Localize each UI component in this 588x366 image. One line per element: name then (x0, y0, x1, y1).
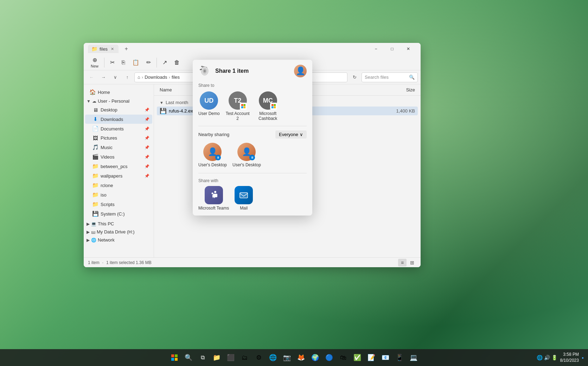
sidebar-item-music[interactable]: 🎵 Music 📌 (85, 143, 152, 152)
sidebar-item-desktop[interactable]: 🖥 Desktop 📌 (85, 105, 152, 114)
pin-icon6: 📌 (145, 155, 149, 159)
window-controls: − □ ✕ (368, 43, 416, 54)
contact-microsoft-cashback[interactable]: MC Microsoft Cashback (256, 91, 280, 121)
terminal-button[interactable]: ⬛ (224, 351, 237, 364)
notification-dot: ● (582, 356, 584, 360)
sidebar-item-pictures[interactable]: 🖼 Pictures 📌 (85, 134, 152, 142)
sidebar-item-system-c[interactable]: 💾 System (C:) (85, 209, 152, 218)
nearby-device-2[interactable]: 👤 🖥 User's Desktop (232, 143, 261, 167)
sidebar-item-videos[interactable]: 🎬 Videos 📌 (85, 152, 152, 161)
forward-button[interactable]: → (98, 72, 108, 82)
sidebar-item-wallpapers[interactable]: 📁 wallpapers 📌 (85, 171, 152, 180)
taskbar-sys-icons: 🌐 🔊 🔋 (537, 355, 557, 360)
share-app-mail[interactable]: Mail (235, 186, 253, 211)
ms-badge-mc (270, 103, 277, 110)
search-box[interactable]: Search files 🔍 (362, 72, 418, 82)
svg-rect-8 (241, 107, 243, 109)
back-button[interactable]: ← (87, 72, 96, 82)
expand-icon: ▼ (87, 99, 91, 104)
sidebar-expand-user[interactable]: ▼ ☁ User - Personal (84, 97, 154, 105)
taskbar-center: 🔍 ⧉ 📁 ⬛ 🗂 ⚙ 🌐 📷 🦊 🌍 🔵 🛍 ✅ 📝 📧 📱 💻 (168, 351, 420, 364)
recent-button[interactable]: ∨ (110, 72, 120, 82)
settings-button[interactable]: ⚙ (253, 351, 265, 364)
minimize-button[interactable]: − (368, 43, 384, 54)
separator: · (102, 260, 103, 265)
rename-button[interactable]: ✏ (143, 58, 154, 67)
pin-icon7: 📌 (145, 164, 149, 169)
files-button[interactable]: 🗂 (238, 351, 251, 364)
tab-close-button[interactable]: ✕ (110, 46, 115, 52)
browser2-button[interactable]: 🔵 (323, 351, 335, 364)
copy-button[interactable]: ⎘ (119, 58, 128, 67)
divider2 (198, 173, 307, 173)
taskbar-clock[interactable]: 3:58 PM 8/10/2023 (560, 352, 579, 364)
expand-icon2: ▶ (87, 221, 90, 226)
new-tab-button[interactable]: + (121, 45, 131, 53)
firefox-button[interactable]: 🦊 (295, 351, 307, 364)
sidebar-expand-network[interactable]: ▶ 🌐 Network (84, 236, 154, 244)
new-button[interactable]: ⊕ New (88, 55, 101, 70)
sidebar-expand-this-pc[interactable]: ▶ 💻 This PC (84, 220, 154, 228)
list-view-button[interactable]: ≡ (398, 259, 407, 267)
taskview-button[interactable]: ⧉ (196, 351, 209, 364)
edge-button[interactable]: 🌐 (267, 351, 279, 364)
contact-test-account-2[interactable]: T2 Test Account 2 (225, 91, 250, 121)
chrome-button[interactable]: 🌍 (309, 351, 321, 364)
share-file-icon (198, 65, 211, 77)
nearby-dropdown[interactable]: Everyone ∨ (275, 130, 307, 139)
terminal2-button[interactable]: 💻 (407, 351, 420, 364)
folder-icon5: 📁 (92, 192, 98, 198)
share-with-label: Share with (193, 176, 312, 185)
window-tab[interactable]: 📁 files ✕ (88, 45, 119, 53)
device-name-1: User's Desktop (198, 162, 227, 167)
search-taskbar-button[interactable]: 🔍 (182, 351, 195, 364)
contact-avatar-ud: UD (200, 91, 218, 110)
sidebar-item-home[interactable]: 🏠 Home (85, 88, 152, 97)
cut-button[interactable]: ✂ (107, 58, 117, 67)
contact-user-demo[interactable]: UD User Demo (198, 91, 220, 121)
sidebar-item-iso[interactable]: 📁 iso (85, 190, 152, 199)
mail-taskbar-button[interactable]: 📧 (379, 351, 392, 364)
close-button[interactable]: ✕ (400, 43, 416, 54)
share-button[interactable]: ↗ (160, 58, 170, 67)
expand-icon4: ▶ (87, 238, 90, 243)
sidebar-item-downloads[interactable]: ⬇ Downloads 📌 (85, 115, 152, 124)
device-badge-2: 🖥 (249, 155, 255, 160)
taskbar-right: 🌐 🔊 🔋 3:58 PM 8/10/2023 ● (537, 352, 584, 364)
share-dialog: Share 1 item 👤 Share to UD User Demo T2 (193, 60, 312, 216)
sidebar-item-documents[interactable]: 📄 Documents 📌 (85, 124, 152, 133)
svg-rect-11 (274, 104, 276, 106)
sidebar-item-scripts[interactable]: 📁 Scripts (85, 200, 152, 209)
sidebar-item-between-pcs[interactable]: 📁 between_pcs 📌 (85, 162, 152, 171)
tab-title: files (100, 46, 108, 52)
camera-button[interactable]: 📷 (281, 351, 293, 364)
nearby-device-1[interactable]: 👤 🖥 User's Desktop (198, 143, 227, 167)
share-app-teams[interactable]: Microsoft Teams (198, 186, 229, 211)
svg-rect-19 (175, 358, 178, 361)
todo-button[interactable]: ✅ (351, 351, 364, 364)
sidebar-item-rclone[interactable]: 📁 rclone (85, 181, 152, 190)
sidebar-expand-data-drive[interactable]: ▶ 🖴 My Data Drive (H:) (84, 228, 154, 236)
explorer-taskbar-button[interactable]: 📁 (210, 351, 223, 364)
copy-icon: ⎘ (122, 59, 125, 66)
share-user-avatar: 👤 (294, 65, 307, 77)
store-button[interactable]: 🛍 (337, 351, 350, 364)
share-contacts: UD User Demo T2 Test Account 2 (193, 89, 312, 123)
cloud-icon: ☁ (92, 99, 96, 104)
videos-icon: 🎬 (92, 154, 98, 160)
word-button[interactable]: 📝 (365, 351, 378, 364)
phone-button[interactable]: 📱 (393, 351, 406, 364)
maximize-button[interactable]: □ (384, 43, 400, 54)
refresh-button[interactable]: ↻ (350, 72, 359, 82)
desktop-icon: 🖥 (92, 107, 98, 113)
contact-avatar-t2-wrapper: T2 (229, 91, 247, 110)
delete-button[interactable]: 🗑 (171, 58, 183, 67)
svg-rect-13 (274, 107, 276, 109)
paste-button[interactable]: 📋 (129, 58, 142, 67)
teams-icon (205, 186, 223, 204)
share-header: Share 1 item 👤 (193, 60, 312, 81)
start-button[interactable] (168, 351, 181, 364)
grid-view-button[interactable]: ⊞ (408, 259, 416, 267)
contact-name-t2: Test Account 2 (225, 111, 250, 121)
up-button[interactable]: ↑ (122, 72, 132, 82)
